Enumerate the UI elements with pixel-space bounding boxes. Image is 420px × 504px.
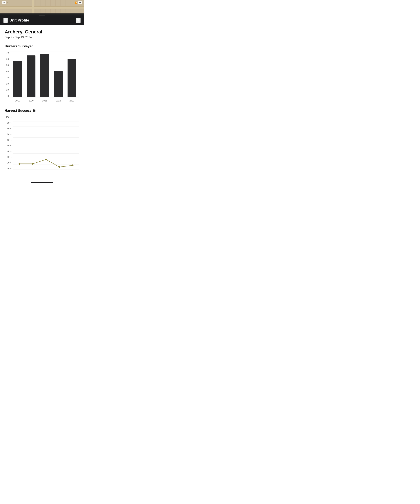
bar-value-2019 — [13, 61, 22, 97]
bar-2019 — [11, 61, 24, 97]
point-2019 — [19, 163, 20, 165]
y-label-30: 30 — [6, 76, 9, 79]
hunters-bar-chart: 70 60 50 40 30 20 10 0 — [5, 52, 79, 102]
point-2021 — [45, 159, 47, 160]
bars-area — [10, 52, 79, 97]
sheet-handle — [39, 15, 45, 15]
point-2023 — [72, 164, 73, 166]
header-left: ← Unit Profile — [3, 18, 29, 23]
harvest-chart-title: Harvest Success % — [5, 109, 79, 113]
home-bar — [31, 182, 53, 183]
sheet-handle-area — [0, 13, 84, 15]
y-label-0: 0 — [7, 95, 9, 97]
y-pct-20: 20% — [7, 162, 12, 164]
y-label-10: 10 — [6, 89, 9, 91]
status-bar: 45 ↗ 📶 63 — [0, 1, 84, 4]
harvest-line-chart: 100% 90% 80% 70% 60% 50% 40% 30% 20% 10% — [5, 116, 79, 170]
direction-arrow: ↗ — [7, 1, 8, 4]
point-2022 — [59, 166, 60, 168]
hunters-chart-title: Hunters Surveyed — [5, 44, 79, 48]
y-pct-30: 30% — [7, 156, 12, 158]
y-pct-60: 60% — [7, 139, 12, 141]
y-pct-50: 50% — [7, 144, 12, 147]
unit-name: Archery, General — [5, 29, 79, 35]
page-title: Unit Profile — [9, 18, 29, 23]
speed-indicator: 45 — [2, 1, 6, 4]
wifi-icon: 📶 — [75, 1, 77, 4]
y-pct-90: 90% — [7, 122, 12, 124]
header-bar: ← Unit Profile ✕ — [0, 15, 84, 25]
x-label-2020: 2020 — [24, 99, 38, 102]
bar-2022 — [51, 71, 65, 97]
bar-2023 — [65, 59, 79, 97]
x-label-2022: 2022 — [51, 99, 65, 102]
hunters-chart-section: Hunters Surveyed 70 60 50 40 30 20 10 0 — [5, 44, 79, 102]
y-label-40: 40 — [6, 70, 9, 72]
harvest-line — [19, 159, 73, 167]
y-label-50: 50 — [6, 64, 9, 66]
back-button[interactable]: ← — [3, 18, 8, 23]
close-button[interactable]: ✕ — [76, 18, 81, 23]
x-label-2023: 2023 — [65, 99, 79, 102]
harvest-chart-section: Harvest Success % 100% 90% 80% 70% 60% 5… — [5, 109, 79, 170]
x-labels: 2019 2020 2021 2022 2023 — [10, 99, 79, 102]
bar-value-2023 — [67, 59, 76, 97]
bar-value-2021 — [40, 54, 49, 97]
y-pct-70: 70% — [7, 133, 12, 136]
map-background: 45 ↗ 📶 63 — [0, 0, 84, 13]
y-label-20: 20 — [6, 83, 9, 85]
y-pct-80: 80% — [7, 127, 12, 130]
hunters-y-axis: 70 60 50 40 30 20 10 0 — [5, 52, 10, 102]
x-label-2021: 2021 — [38, 99, 52, 102]
battery-indicator: 63 — [78, 1, 82, 4]
y-pct-40: 40% — [7, 150, 12, 153]
y-pct-10: 10% — [7, 167, 12, 170]
bar-value-2022 — [54, 71, 63, 97]
bar-2020 — [24, 55, 38, 97]
hunters-bars-inner: 2019 2020 2021 2022 2023 — [10, 52, 79, 102]
content-area: Archery, General Sep 7 - Sep 19, 2024 Hu… — [0, 25, 84, 180]
x-label-2019: 2019 — [11, 99, 24, 102]
harvest-y-axis: 100% 90% 80% 70% 60% 50% 40% 30% 20% 10% — [5, 116, 13, 170]
y-pct-100: 100% — [6, 116, 12, 118]
point-2020 — [32, 163, 34, 165]
y-label-70: 70 — [6, 52, 9, 54]
harvest-svg — [13, 116, 79, 170]
bar-value-2020 — [27, 55, 36, 97]
harvest-line-inner — [13, 116, 79, 170]
bar-2021 — [38, 54, 52, 97]
y-label-60: 60 — [6, 58, 9, 60]
unit-dates: Sep 7 - Sep 19, 2024 — [5, 36, 79, 39]
home-indicator-area — [0, 180, 84, 184]
